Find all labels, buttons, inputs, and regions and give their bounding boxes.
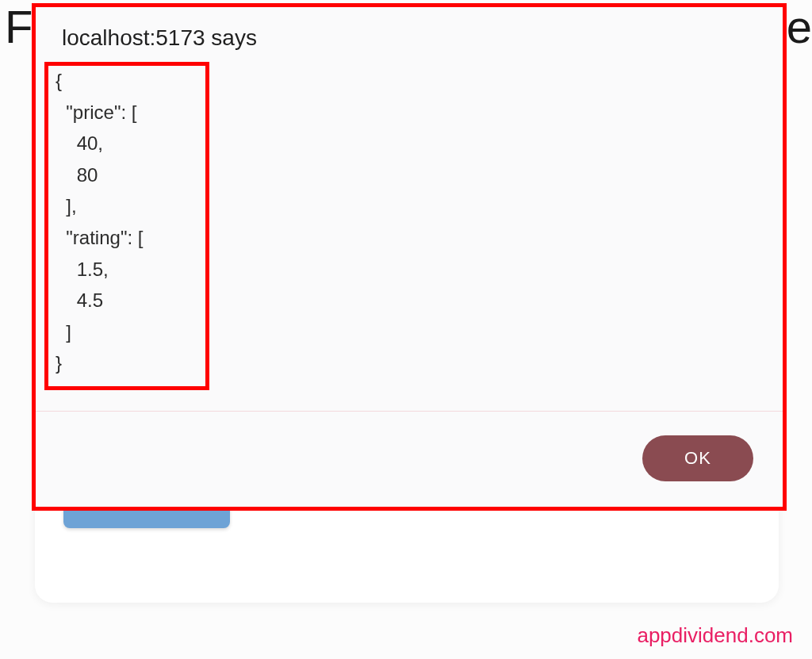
page-title-fragment: e	[787, 0, 812, 53]
ok-button[interactable]: OK	[642, 435, 753, 481]
alert-dialog-title: localhost:5173 says	[33, 5, 785, 65]
alert-dialog-footer: OK	[33, 412, 785, 508]
watermark: appdividend.com	[637, 623, 793, 648]
alert-dialog: localhost:5173 says { "price": [ 40, 80 …	[33, 5, 785, 508]
alert-dialog-message: { "price": [ 40, 80 ], "rating": [ 1.5, …	[33, 65, 785, 411]
page-title-fragment: F	[5, 0, 33, 53]
